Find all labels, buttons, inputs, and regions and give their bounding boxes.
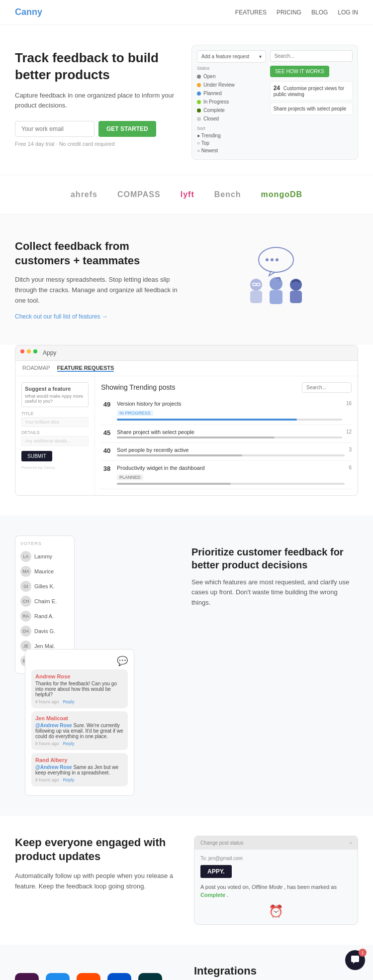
- integration-icons: ✱ Z: [15, 973, 179, 980]
- feature-post-2[interactable]: 45 Share project with select people 12: [101, 425, 352, 443]
- comment-reply[interactable]: Reply: [63, 777, 75, 782]
- comment-author: Andrew Rose: [35, 673, 124, 679]
- suggest-feature-area: Suggest a feature What would make Appy m…: [21, 382, 89, 407]
- mockup-nav: ROADMAP FEATURE REQUESTS: [15, 361, 358, 376]
- status-open: Open: [197, 72, 266, 81]
- mockup-search-input[interactable]: [270, 50, 353, 62]
- logo-mongodb: mongoDB: [261, 190, 302, 199]
- email-text: A post you voted on, Offline Mode , has …: [200, 883, 352, 899]
- comment-author: Jen Malicoat: [35, 715, 124, 721]
- intercom-icon: [46, 973, 70, 980]
- logo-compass: COMPASS: [117, 190, 161, 199]
- comments-list: Andrew RoseThanks for the feedback! Can …: [31, 669, 128, 786]
- updated-description: Automatically follow up with people when…: [15, 871, 179, 892]
- details-input[interactable]: Any additional details...: [21, 436, 89, 446]
- svg-point-2: [271, 258, 274, 261]
- feature-item-1: 24 Customise project views for public vi…: [270, 81, 353, 101]
- comment-author: Rand Albery: [35, 757, 124, 763]
- submit-button[interactable]: SUBMIT: [21, 451, 52, 461]
- comment-reply[interactable]: Reply: [63, 741, 75, 746]
- chat-badge: 1: [359, 949, 367, 957]
- sort-trending: ● Trending: [197, 132, 266, 139]
- collect-right: [194, 239, 358, 320]
- collect-illustration: [236, 245, 316, 315]
- features-link[interactable]: Check out our full list of features →: [15, 313, 108, 320]
- close-dot: [20, 349, 24, 353]
- feature-post-4[interactable]: 38 Productivity widget in the dashboard …: [101, 461, 352, 489]
- dropdown-label: Add a feature request: [201, 54, 249, 59]
- post-title-3: Sort people by recently active: [117, 447, 345, 453]
- post-count-4: 6: [349, 465, 352, 470]
- nav-feature-requests[interactable]: FEATURE REQUESTS: [57, 365, 114, 372]
- feature-item-2: Share projects with select people: [270, 103, 353, 115]
- integrations-text: Integrations Canny works great with tool…: [194, 965, 358, 980]
- comment-reply[interactable]: Reply: [63, 699, 75, 704]
- comment-text: @Andrew Rose Sure. We're currently follo…: [35, 723, 124, 739]
- voter-name: Maurice: [34, 568, 54, 574]
- prioritize-left: VOTERS LALammyMAMauriceGIGilles K.CHChai…: [15, 536, 182, 796]
- email-to: To: jen@gmail.com: [200, 856, 352, 861]
- email-status-complete: Complete: [200, 892, 225, 898]
- site-logo[interactable]: Canny: [15, 7, 42, 17]
- post-status-4: PLANNED: [117, 474, 143, 480]
- mockup-body: Suggest a feature What would make Appy m…: [15, 376, 358, 495]
- email-field[interactable]: [15, 121, 94, 137]
- comment-text: @Andrew Rose Same as Jen but we keep eve…: [35, 764, 124, 775]
- comment-bubble: Jen Malicoat@Andrew Rose Sure. We're cur…: [31, 711, 128, 750]
- chat-widget[interactable]: 1: [345, 950, 365, 970]
- comment-meta: 8 hours agoReply: [35, 741, 124, 746]
- voter-avatar: CH: [20, 596, 31, 607]
- hero-section: Track feedback to build better products …: [0, 25, 373, 175]
- hero-form: GET STARTED: [15, 121, 182, 137]
- voter-avatar: LA: [20, 551, 31, 562]
- nav-roadmap[interactable]: ROADMAP: [22, 365, 50, 372]
- voter-item: LALammy: [20, 549, 69, 564]
- updated-headline: Keep everyone engaged with product updat…: [15, 836, 179, 864]
- feature-search[interactable]: [302, 382, 352, 393]
- sort-label: Sort: [197, 126, 266, 131]
- email-period: .: [227, 892, 228, 898]
- email-post-name: Offline Mode: [252, 884, 282, 890]
- logo-lyft: lyft: [181, 190, 194, 199]
- prioritize-section: VOTERS LALammyMAMauriceGIGilles K.CHChai…: [0, 516, 373, 816]
- nav-blog[interactable]: BLOG: [311, 9, 328, 16]
- nav-pricing[interactable]: PRICING: [277, 9, 301, 16]
- mockup-right: SEE HOW IT WORKS 24 Customise project vi…: [270, 50, 353, 154]
- zendesk-icon: Z: [138, 973, 162, 980]
- slack-icon: [15, 973, 39, 980]
- app-name: Appy: [43, 349, 56, 356]
- hero-description: Capture feedback in one organized place …: [15, 91, 182, 111]
- collect-headline: Collect feedback from customers + teamma…: [15, 239, 179, 268]
- voter-name: Davis G.: [34, 628, 55, 634]
- mockup-row: Add a feature request ▾ Status Open Unde…: [197, 50, 353, 154]
- nav-features[interactable]: FEATURES: [235, 9, 267, 16]
- voter-avatar: GI: [20, 581, 31, 592]
- post-count-3: 3: [349, 447, 352, 452]
- keep-updated-section: Keep everyone engaged with product updat…: [0, 816, 373, 945]
- comments-panel: 💬 Andrew RoseThanks for the feedback! Ca…: [25, 649, 134, 796]
- comment-text: Thanks for the feedback! Can you go into…: [35, 681, 124, 697]
- voter-name: Rand A.: [34, 613, 54, 619]
- prioritize-headline: Prioritize customer feedback for better …: [191, 545, 358, 571]
- nav-login[interactable]: LOG IN: [338, 9, 358, 16]
- see-how-button[interactable]: SEE HOW IT WORKS: [270, 66, 329, 77]
- svg-point-1: [266, 258, 269, 261]
- hero-left: Track feedback to build better products …: [15, 45, 182, 160]
- svg-rect-11: [290, 291, 302, 303]
- post-votes-1: 49: [101, 401, 113, 408]
- prioritize-right: Prioritize customer feedback for better …: [191, 536, 358, 796]
- title-input[interactable]: Your brilliant idea: [21, 417, 89, 427]
- navbar: Canny FEATURES PRICING BLOG LOG IN: [0, 0, 373, 25]
- zapier-icon: ✱: [77, 973, 100, 980]
- get-started-button[interactable]: GET STARTED: [98, 121, 156, 137]
- post-title-4: Productivity widget in the dashboard: [117, 465, 345, 471]
- email-text-after: , has been marked as: [284, 884, 337, 890]
- voter-avatar: MA: [20, 566, 31, 577]
- status-label: Change post status: [200, 840, 243, 846]
- feature-post-1[interactable]: 49 Version history for projects IN PROGR…: [101, 397, 352, 425]
- prioritize-description: See which features are most requested, a…: [191, 577, 358, 608]
- mockup-dropdown: Add a feature request ▾: [197, 50, 266, 63]
- feature-post-3[interactable]: 40 Sort people by recently active 3: [101, 443, 352, 461]
- post-status-1: IN PROGRESS: [117, 410, 153, 416]
- collect-description: Ditch your messy spreadsheets. Stop lett…: [15, 275, 179, 306]
